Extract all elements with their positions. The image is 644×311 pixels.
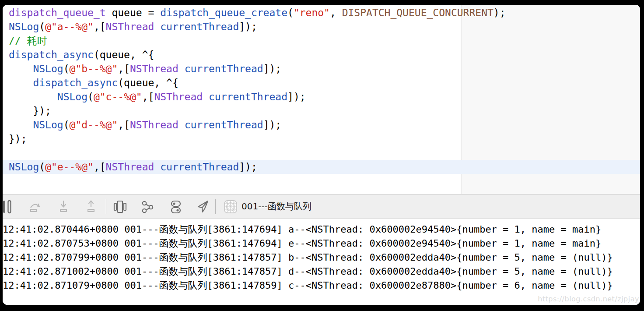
debug-bar-divider [215,199,216,214]
debug-bar-divider [106,199,106,214]
console-log-line: 12:41:02.871002+0800 001---函数与队列[3861:14… [3,265,640,279]
environment-overrides-button[interactable] [168,194,183,219]
code-line[interactable]: NSLog(@"d--%@",[NSThread currentThread])… [9,118,506,132]
code-line[interactable]: dispatch_queue_t queue = dispatch_queue_… [9,6,506,20]
code-line[interactable]: dispatch_async(queue, ^{ [9,48,506,62]
memory-graph-icon [140,199,155,214]
code-line[interactable]: NSLog(@"c--%@",[NSThread currentThread])… [9,90,506,104]
step-over-button[interactable] [28,194,42,219]
console-log-line: 12:41:02.871079+0800 001---函数与队列[3861:14… [3,279,640,293]
app-process-icon [223,194,238,219]
code-line[interactable]: }); [9,104,506,118]
debug-bar: 001---函数与队列 [3,194,640,219]
process-name-label: 001---函数与队列 [242,194,312,219]
code-lines: dispatch_queue_t queue = dispatch_queue_… [9,6,506,174]
step-into-icon [56,199,70,214]
code-line[interactable]: NSLog(@"b--%@",[NSThread currentThread])… [9,62,506,76]
app-placeholder-icon [224,200,238,214]
watermark: https://blog.csdn.net/zjpjay [538,295,639,303]
xcode-window: dispatch_queue_t queue = dispatch_queue_… [3,5,640,305]
console-log-line: 12:41:02.870446+0800 001---函数与队列[3861:14… [3,223,640,237]
code-line[interactable] [9,146,506,160]
debug-view-hierarchy-button[interactable] [112,194,127,219]
code-editor[interactable]: dispatch_queue_t queue = dispatch_queue_… [3,5,640,194]
environment-overrides-icon [168,199,183,214]
step-into-button[interactable] [56,194,70,219]
step-out-icon [84,199,98,214]
simulate-location-button[interactable] [196,194,210,219]
code-line[interactable]: }); [9,132,506,146]
code-line[interactable]: NSLog(@"e--%@",[NSThread currentThread])… [9,160,506,174]
memory-graph-button[interactable] [140,194,155,219]
pause-icon [3,199,14,214]
view-hierarchy-icon [112,199,127,214]
console-log-line: 12:41:02.870799+0800 001---函数与队列[3861:14… [3,251,640,265]
pause-button[interactable] [3,194,16,219]
step-out-button[interactable] [84,194,98,219]
code-line[interactable]: // 耗时 [9,34,506,48]
simulate-location-icon [196,199,210,214]
code-line[interactable]: NSLog(@"a--%@",[NSThread currentThread])… [9,20,506,34]
console-log-line: 12:41:02.870753+0800 001---函数与队列[3861:14… [3,237,640,251]
code-line[interactable]: dispatch_async(queue, ^{ [9,76,506,90]
step-over-icon [28,199,42,214]
console-output[interactable]: 12:41:02.870446+0800 001---函数与队列[3861:14… [3,220,640,305]
